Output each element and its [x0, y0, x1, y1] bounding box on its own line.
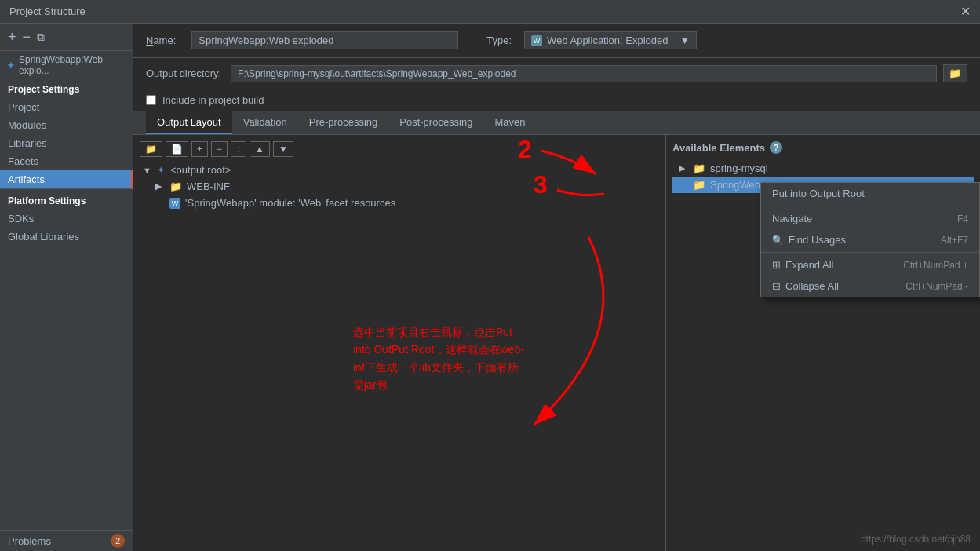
problems-badge: 2: [111, 534, 125, 548]
sidebar-item-modules[interactable]: Modules: [0, 116, 133, 134]
sidebar-header: + − ⧉: [0, 24, 133, 51]
sidebar-item-libraries[interactable]: Libraries: [0, 134, 133, 152]
title-bar: Project Structure ✕: [0, 0, 980, 24]
tree-expand-icon: ▼: [143, 166, 152, 175]
content-area: Name: Type: W Web Application: Exploded …: [133, 24, 980, 551]
context-menu-expand-all[interactable]: ⊞ Expand All Ctrl+NumPad +: [761, 254, 979, 276]
name-type-row: Name: Type: W Web Application: Exploded …: [133, 24, 980, 58]
type-icon: W: [531, 35, 542, 46]
context-menu-navigate[interactable]: Navigate F4: [761, 208, 979, 229]
copy-artifact-button[interactable]: ⧉: [37, 31, 45, 42]
toolbar-add-directory-button[interactable]: 📁: [140, 141, 162, 157]
tree-item-springwebapp-resources[interactable]: W 'SpringWebapp' module: 'Web' facet res…: [140, 195, 659, 211]
panel-area: 📁 📄 + − ↕ ▲ ▼ ▼ ✦ <output root> ▶ 📁: [133, 135, 980, 551]
add-artifact-button[interactable]: +: [8, 30, 16, 44]
tree-item-output-root[interactable]: ▼ ✦ <output root>: [140, 162, 659, 178]
main-layout: + − ⧉ ✦ SpringWebapp:Web explo... Projec…: [0, 24, 980, 551]
tree-item-webinf[interactable]: ▶ 📁 WEB-INF: [140, 178, 659, 195]
output-dir-label: Output directory:: [146, 68, 221, 79]
sidebar: + − ⧉ ✦ SpringWebapp:Web explo... Projec…: [0, 24, 133, 551]
watermark: https://blog.csdn.net/pjh88: [861, 534, 971, 545]
tree-expand-webinf-icon: ▶: [155, 181, 165, 192]
help-icon[interactable]: ?: [770, 141, 782, 154]
toolbar-add-file-button[interactable]: 📄: [166, 141, 188, 157]
toolbar-sort-button[interactable]: ↕: [231, 141, 246, 157]
context-menu-put-into-output-root[interactable]: Put into Output Root: [761, 183, 979, 204]
context-menu-collapse-all[interactable]: ⊟ Collapse All Ctrl+NumPad -: [761, 276, 979, 297]
project-settings-label: Project Settings: [0, 79, 133, 98]
close-button[interactable]: ✕: [960, 4, 971, 19]
folder-webinf-icon: 📁: [169, 181, 182, 192]
remove-artifact-button[interactable]: −: [23, 30, 31, 44]
left-panel: 📁 📄 + − ↕ ▲ ▼ ▼ ✦ <output root> ▶ 📁: [133, 135, 666, 551]
output-dir-input[interactable]: [231, 65, 937, 82]
folder-springwebapp-icon: 📁: [693, 179, 705, 191]
include-build-row: Include in project build: [133, 89, 980, 111]
tab-post-processing[interactable]: Post-processing: [388, 111, 483, 134]
tab-maven[interactable]: Maven: [483, 111, 536, 134]
artifact-list-item[interactable]: ✦ SpringWebapp:Web explo...: [0, 51, 133, 79]
output-root-icon: ✦: [157, 164, 166, 176]
avail-item-spring-mysql[interactable]: ▶ 📁 spring-mysql: [672, 160, 974, 177]
available-elements-title: Available Elements ?: [672, 141, 974, 154]
context-menu: Put into Output Root Navigate F4 🔍 Find …: [760, 182, 980, 297]
toolbar-down-button[interactable]: ▼: [273, 141, 293, 157]
toolbar-remove-button[interactable]: −: [211, 141, 228, 157]
include-build-label: Include in project build: [162, 94, 264, 106]
type-select-arrow-icon: ▼: [679, 35, 690, 46]
find-usages-icon: 🔍: [772, 235, 784, 246]
name-label: Name:: [146, 35, 176, 46]
include-build-checkbox[interactable]: [146, 95, 156, 105]
platform-settings-label: Platform Settings: [0, 188, 133, 210]
tab-pre-processing[interactable]: Pre-processing: [298, 111, 388, 134]
browse-folder-button[interactable]: 📁: [943, 64, 967, 82]
type-select[interactable]: W Web Application: Exploded ▼: [524, 31, 697, 49]
output-dir-row: Output directory: 📁: [133, 58, 980, 89]
expand-all-icon: ⊞: [772, 259, 781, 271]
left-panel-toolbar: 📁 📄 + − ↕ ▲ ▼: [140, 141, 659, 157]
toolbar-add-button[interactable]: +: [191, 141, 208, 157]
folder-spring-mysql-icon: 📁: [693, 162, 705, 174]
tab-output-layout[interactable]: Output Layout: [146, 111, 232, 134]
title-bar-title: Project Structure: [9, 5, 86, 17]
sidebar-item-artifacts[interactable]: Artifacts: [0, 170, 133, 188]
sidebar-item-project[interactable]: Project: [0, 98, 133, 116]
right-panel: Available Elements ? ▶ 📁 spring-mysql 📁 …: [666, 135, 980, 551]
context-menu-separator-1: [761, 206, 979, 206]
problems-section[interactable]: Problems 2: [0, 530, 133, 551]
expand-spring-mysql-icon: ▶: [679, 163, 688, 173]
sidebar-item-sdks[interactable]: SDKs: [0, 210, 133, 228]
sidebar-item-facets[interactable]: Facets: [0, 152, 133, 170]
webres-icon: W: [169, 198, 180, 209]
collapse-all-icon: ⊟: [772, 280, 781, 292]
sidebar-item-global-libraries[interactable]: Global Libraries: [0, 228, 133, 246]
context-menu-find-usages[interactable]: 🔍 Find Usages Alt+F7: [761, 229, 979, 250]
name-input[interactable]: [191, 31, 458, 49]
toolbar-up-button[interactable]: ▲: [250, 141, 270, 157]
tabs-row: Output Layout Validation Pre-processing …: [133, 111, 980, 135]
context-menu-separator-2: [761, 252, 979, 253]
tab-validation[interactable]: Validation: [232, 111, 298, 134]
type-label: Type:: [486, 35, 512, 46]
